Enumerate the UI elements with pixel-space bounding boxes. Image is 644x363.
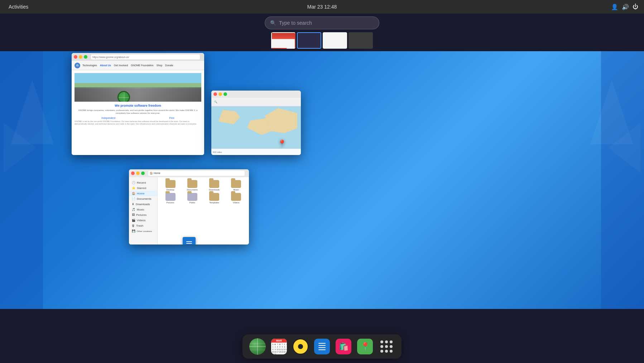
files-max-button[interactable] <box>141 171 145 175</box>
maps-min-button[interactable] <box>218 92 222 96</box>
files-window[interactable]: 🏠 Home 🕐 Recent ⭐ Starred 🏠 Home 📄 <box>129 169 249 245</box>
grid-dot <box>380 340 383 343</box>
sidebar-videos[interactable]: 🎬 Videos <box>129 218 157 223</box>
search-icon: 🔍 <box>270 20 276 26</box>
map-ocean <box>211 106 301 155</box>
folder-documents[interactable]: Documents <box>182 180 202 191</box>
folder-pictures-label: Pictures <box>167 202 174 204</box>
sidebar-other[interactable]: 💾 Other Locations <box>129 228 157 234</box>
files-floating-icon[interactable] <box>183 237 196 245</box>
folder-downloads[interactable]: Downloads <box>205 180 224 191</box>
sidebar-recent[interactable]: 🕐 Recent <box>129 180 157 185</box>
cal-day: 12 <box>281 348 283 350</box>
files-location-bar[interactable]: 🏠 Home <box>148 171 245 176</box>
browser-headline: We promote software freedom <box>75 104 201 107</box>
cal-day: 8 <box>272 348 274 350</box>
nav-foundation[interactable]: GNOME Foundation <box>131 64 153 67</box>
maps-window[interactable]: 🔍 📍 500 miles <box>211 91 301 155</box>
activities-button[interactable]: Activities <box>6 3 31 11</box>
other-label: Other Locations <box>137 230 152 232</box>
map-land-1 <box>218 110 240 124</box>
app-grid-icon <box>379 339 394 354</box>
cal-day: 10 <box>277 348 279 350</box>
thumb-windows[interactable] <box>297 32 321 49</box>
folder-videos-label: Videos <box>233 202 239 204</box>
globe-icon <box>117 91 130 102</box>
cal-day: 4 <box>279 346 281 348</box>
calendar-icon: MAR S M T W T F S 1 2 3 4 5 6 7 8 9 10 1… <box>271 339 287 354</box>
folder-pictures-icon <box>165 193 176 201</box>
files-close-button[interactable] <box>131 171 135 175</box>
nav-links: Technologies About Us Get Involved GNOME… <box>82 64 173 67</box>
nav-donate[interactable]: Donate <box>165 64 173 67</box>
nav-shop[interactable]: Shop <box>157 64 162 67</box>
power-icon[interactable]: ⏻ <box>633 4 638 10</box>
cal-day: 14 <box>286 348 287 350</box>
subheading-free: Free <box>169 117 174 119</box>
starred-icon: ⭐ <box>132 187 135 190</box>
maps-close-button[interactable] <box>213 92 217 96</box>
folder-music[interactable]: Music <box>226 180 246 191</box>
system-tray: 👤 🔊 ⏻ <box>611 4 638 10</box>
cal-day: 6 <box>284 346 286 348</box>
sidebar-trash[interactable]: 🗑 Trash <box>129 223 157 228</box>
thumb-text[interactable] <box>323 32 347 49</box>
files-icon-lines <box>186 241 192 245</box>
close-button[interactable] <box>74 55 77 59</box>
sidebar-pictures[interactable]: 🖼 Pictures <box>129 212 157 218</box>
browser-window[interactable]: https://www.gnome.org/about-us/ G Techno… <box>72 53 204 155</box>
volume-icon[interactable]: 🔊 <box>622 4 629 10</box>
dock-gnome-web[interactable] <box>248 337 267 356</box>
folder-pictures[interactable]: Pictures <box>160 193 180 204</box>
sidebar-documents[interactable]: 📄 Documents <box>129 196 157 202</box>
dock-calendar[interactable]: MAR S M T W T F S 1 2 3 4 5 6 7 8 9 10 1… <box>270 337 288 356</box>
dock-rhythmbox[interactable] <box>291 337 310 356</box>
top-bar: Activities Mar 23 12:48 👤 🔊 ⏻ <box>0 0 644 14</box>
dock-files[interactable] <box>313 337 331 356</box>
user-icon[interactable]: 👤 <box>611 4 618 10</box>
maximize-button[interactable] <box>84 55 87 59</box>
documents-label: Documents <box>137 197 151 200</box>
grid-dot <box>380 345 383 348</box>
search-bar[interactable]: 🔍 <box>265 16 379 29</box>
dock-app-grid[interactable] <box>377 337 396 356</box>
sidebar-downloads[interactable]: ⬇ Downloads <box>129 202 157 207</box>
nav-about[interactable]: About Us <box>100 64 111 67</box>
cal-day: T <box>277 343 279 345</box>
dock-software-center[interactable]: 🛍️ <box>334 337 353 356</box>
folder-videos[interactable]: Videos <box>226 193 246 204</box>
thumbnails-row <box>271 32 373 49</box>
browser-body: GNOME brings companies, volunteers, prof… <box>75 109 201 115</box>
map-scale: 500 miles <box>213 151 222 153</box>
dock-maps[interactable]: 📍 <box>356 337 374 356</box>
music-icon: 🎵 <box>132 208 135 211</box>
sidebar-home[interactable]: 🏠 Home <box>129 191 157 196</box>
home-icon: 🏠 <box>132 192 135 195</box>
folder-desktop-icon <box>165 180 176 188</box>
recent-icon: 🕐 <box>132 181 135 184</box>
folder-public[interactable]: Public <box>182 193 202 204</box>
sidebar-starred[interactable]: ⭐ Starred <box>129 185 157 191</box>
trash-label: Trash <box>136 224 143 227</box>
minimize-button[interactable] <box>79 55 82 59</box>
cal-day: 2 <box>274 346 277 348</box>
search-input[interactable] <box>279 20 374 26</box>
folder-desktop[interactable]: Desktop <box>160 180 180 191</box>
icon-line-2 <box>186 243 192 244</box>
maps-search-bar[interactable]: 🔍 <box>211 98 301 106</box>
thumb-blank[interactable] <box>349 32 373 49</box>
folder-templates[interactable]: Templates <box>205 193 224 204</box>
maps-max-button[interactable] <box>224 92 227 96</box>
nav-technologies[interactable]: Technologies <box>82 64 97 67</box>
nav-get-involved[interactable]: Get Involved <box>114 64 128 67</box>
desktop: https://www.gnome.org/about-us/ G Techno… <box>0 51 644 309</box>
videos-icon: 🎬 <box>132 219 135 222</box>
sidebar-music[interactable]: 🎵 Music <box>129 207 157 212</box>
cal-day: 15 <box>272 351 274 353</box>
folder-videos-icon <box>231 193 241 201</box>
thumb-browser[interactable] <box>271 32 295 49</box>
maps-toolbar: 500 miles <box>211 149 301 155</box>
files-min-button[interactable] <box>136 171 140 175</box>
url-bar[interactable]: https://www.gnome.org/about-us/ <box>91 54 200 59</box>
cal-day: 9 <box>274 348 277 350</box>
